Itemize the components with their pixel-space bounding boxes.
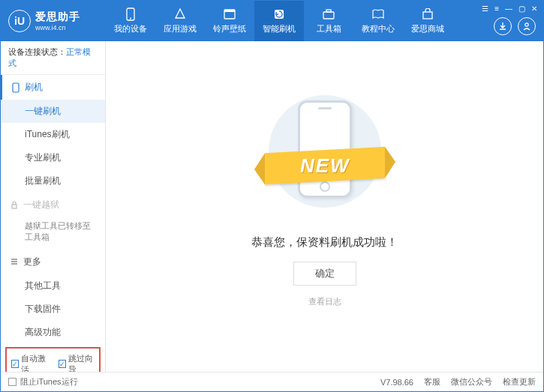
- more-icon: [10, 257, 19, 266]
- ribbon-text: NEW: [299, 154, 350, 177]
- main-content: NEW 恭喜您，保资料刷机成功啦！ 确定 查看日志: [106, 41, 543, 372]
- nav-flash[interactable]: 智能刷机: [254, 1, 304, 41]
- nav-label: 爱思商城: [411, 23, 444, 34]
- svg-point-8: [525, 23, 528, 26]
- block-itunes-label: 阻止iTunes运行: [20, 376, 78, 388]
- user-icon[interactable]: [518, 17, 536, 35]
- sidebar-item-firmware[interactable]: 下载固件: [1, 298, 105, 321]
- nav-label: 应用游戏: [164, 23, 197, 34]
- nav-label: 我的设备: [114, 23, 147, 34]
- service-link[interactable]: 客服: [424, 376, 440, 388]
- sidebar-item-oneclick[interactable]: 一键刷机: [1, 100, 105, 123]
- book-icon: [371, 7, 385, 21]
- phone-icon: [124, 7, 137, 21]
- titlebar: iU 爱思助手 www.i4.cn 我的设备 应用游戏 铃声壁纸 智能刷机: [1, 1, 543, 41]
- sidebar: 设备连接状态：正常模式 刷机 一键刷机 iTunes刷机 专业刷机 批量刷机 一…: [1, 41, 106, 372]
- update-link[interactable]: 检查更新: [503, 376, 536, 388]
- body: 设备连接状态：正常模式 刷机 一键刷机 iTunes刷机 专业刷机 批量刷机 一…: [1, 41, 543, 372]
- app-url: www.i4.cn: [35, 24, 80, 31]
- app-name: 爱思助手: [35, 10, 80, 24]
- checkbox-block-itunes[interactable]: [8, 378, 17, 386]
- sidebar-group-label: 一键越狱: [23, 199, 59, 211]
- settings-icon[interactable]: ≡: [494, 4, 499, 13]
- jailbreak-note: 越狱工具已转移至工具箱: [1, 217, 105, 250]
- toolbox-icon: [322, 7, 335, 21]
- app-window: iU 爱思助手 www.i4.cn 我的设备 应用游戏 铃声壁纸 智能刷机: [0, 0, 544, 392]
- svg-point-1: [130, 18, 131, 19]
- sidebar-item-pro[interactable]: 专业刷机: [1, 146, 105, 169]
- phone-outline-icon: [11, 82, 20, 93]
- success-illustration: NEW: [250, 91, 400, 211]
- sidebar-item-other[interactable]: 其他工具: [1, 274, 105, 298]
- sidebar-item-itunes[interactable]: iTunes刷机: [1, 123, 105, 146]
- close-icon[interactable]: ✕: [531, 4, 537, 13]
- title-right-icons: [494, 17, 536, 35]
- nav-my-device[interactable]: 我的设备: [106, 1, 155, 41]
- success-message: 恭喜您，保资料刷机成功啦！: [251, 235, 398, 250]
- sidebar-item-advanced[interactable]: 高级功能: [1, 321, 105, 344]
- nav-ringtones[interactable]: 铃声壁纸: [205, 1, 254, 41]
- svg-rect-5: [323, 12, 334, 19]
- checkbox-label: 跳过向导: [68, 353, 95, 372]
- connection-label: 设备连接状态：: [8, 47, 66, 56]
- svg-rect-10: [12, 205, 17, 208]
- maximize-icon[interactable]: ▢: [518, 4, 525, 13]
- version-label: V7.98.66: [380, 378, 413, 387]
- svg-rect-9: [13, 83, 19, 92]
- top-nav: 我的设备 应用游戏 铃声壁纸 智能刷机 工具箱 教程中心: [106, 1, 452, 41]
- sidebar-group-more[interactable]: 更多: [1, 250, 105, 274]
- flash-icon: [272, 7, 286, 21]
- footer: 阻止iTunes运行 V7.98.66 客服 微信公众号 检查更新: [1, 372, 543, 391]
- apps-icon: [173, 7, 187, 21]
- nav-tutorials[interactable]: 教程中心: [353, 1, 403, 41]
- sidebar-group-jailbreak: 一键越狱: [1, 193, 105, 217]
- svg-rect-7: [423, 12, 432, 19]
- download-icon[interactable]: [494, 17, 512, 35]
- checkbox-label: 自动激活: [21, 353, 48, 372]
- connection-status: 设备连接状态：正常模式: [1, 41, 105, 75]
- store-icon: [421, 7, 434, 21]
- svg-rect-6: [326, 10, 331, 12]
- nav-label: 工具箱: [317, 23, 341, 34]
- nav-store[interactable]: 爱思商城: [403, 1, 452, 41]
- window-controls: ☰ ≡ — ▢ ✕: [482, 1, 543, 14]
- wechat-link[interactable]: 微信公众号: [451, 376, 492, 388]
- ok-button[interactable]: 确定: [293, 262, 356, 286]
- sidebar-group-label: 更多: [23, 256, 41, 268]
- sidebar-item-batch[interactable]: 批量刷机: [1, 169, 105, 193]
- nav-label: 智能刷机: [263, 23, 296, 34]
- logo-icon: iU: [8, 10, 31, 32]
- logo: iU 爱思助手 www.i4.cn: [1, 10, 106, 32]
- menu-icon[interactable]: ☰: [482, 4, 488, 13]
- lock-icon: [10, 201, 19, 210]
- wallpaper-icon: [223, 7, 236, 21]
- flash-options: ✓自动激活 ✓跳过向导: [5, 347, 101, 372]
- sidebar-group-flash[interactable]: 刷机: [1, 75, 105, 100]
- sidebar-group-label: 刷机: [25, 81, 43, 94]
- nav-label: 教程中心: [362, 23, 395, 34]
- nav-toolbox[interactable]: 工具箱: [304, 1, 353, 41]
- checkbox-skip-guide[interactable]: ✓跳过向导: [59, 353, 95, 372]
- nav-apps[interactable]: 应用游戏: [155, 1, 205, 41]
- checkbox-auto-activate[interactable]: ✓自动激活: [11, 353, 48, 372]
- svg-rect-3: [224, 10, 235, 12]
- minimize-icon[interactable]: —: [505, 4, 512, 13]
- nav-label: 铃声壁纸: [213, 23, 246, 34]
- view-log-link[interactable]: 查看日志: [308, 296, 341, 307]
